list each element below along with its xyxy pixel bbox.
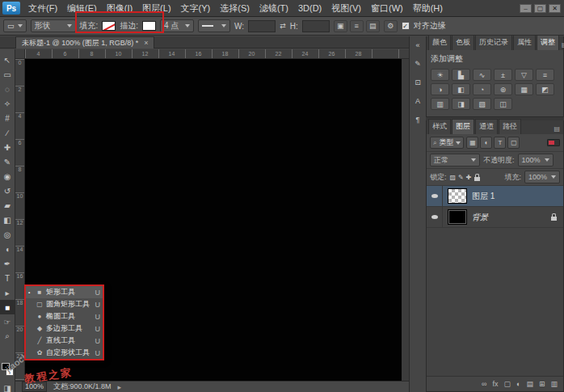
link-layers-icon[interactable]: ∞ (482, 377, 486, 392)
lock-transparency-icon[interactable]: ▨ (450, 174, 457, 181)
vibrance-icon[interactable]: ▽ (515, 69, 533, 81)
zoom-tool[interactable]: ⌕ (0, 329, 15, 344)
gradient-map-icon[interactable]: ▧ (473, 98, 491, 110)
clone-source-panel-icon[interactable]: ⊡ (411, 76, 425, 89)
posterize-icon[interactable]: ▥ (431, 98, 449, 110)
stroke-width-dropdown[interactable]: 4 点 (160, 19, 194, 32)
tab-history[interactable]: 历史记录 (475, 35, 512, 50)
quick-mask-button[interactable]: ◨ (0, 381, 15, 392)
exposure-icon[interactable]: ± (494, 69, 512, 81)
close-button[interactable]: ✕ (549, 4, 561, 13)
link-dimensions-icon[interactable]: ⇄ (280, 22, 286, 30)
polygon-tool-item[interactable]: ◆ 多边形工具 U (26, 322, 103, 335)
menu-item[interactable]: 文字(Y) (176, 0, 216, 16)
tab-adjustments[interactable]: 调整 (537, 35, 559, 50)
line-tool-item[interactable]: ╱ 直线工具 U (26, 335, 103, 347)
gradient-tool[interactable]: ◧ (0, 213, 15, 227)
threshold-icon[interactable]: ◨ (452, 98, 470, 110)
custom-shape-tool-item[interactable]: ✿ 自定形状工具 U (26, 347, 103, 359)
brush-panel-icon[interactable]: ✎ (411, 57, 425, 70)
new-adjustment-layer-icon[interactable]: ◐ (516, 377, 520, 392)
color-balance-icon[interactable]: ◑ (431, 83, 449, 95)
eyedropper-tool[interactable]: ∕ (0, 125, 15, 140)
visibility-cell[interactable] (427, 186, 443, 206)
tab-layers[interactable]: 图层 (452, 119, 474, 134)
shape-width-input[interactable] (248, 20, 276, 32)
shape-height-input[interactable] (302, 20, 330, 32)
menu-item[interactable]: 文件(F) (23, 0, 62, 16)
tool-preset-picker[interactable]: ▭ (3, 19, 27, 32)
fill-color-swatch[interactable] (102, 21, 116, 31)
delete-layer-icon[interactable]: ▥ (550, 377, 558, 392)
panel-menu-icon[interactable]: ▤ (552, 124, 562, 134)
layer-thumbnail[interactable] (448, 188, 467, 204)
layer-filter-type-dropdown[interactable]: ⌕ 类型 (430, 137, 464, 149)
tab-properties[interactable]: 属性 (513, 35, 536, 50)
stroke-color-swatch[interactable] (142, 21, 156, 31)
layer-thumbnail[interactable] (448, 209, 467, 225)
tab-swatches[interactable]: 色板 (452, 35, 474, 50)
shape-layer-filter-icon[interactable]: ▢ (507, 137, 520, 149)
brush-tool[interactable]: ✎ (0, 154, 15, 169)
rectangle-tool-item[interactable]: ▪ ■ 矩形工具 U (26, 286, 103, 298)
quick-selection-tool[interactable]: ✧ (0, 96, 15, 111)
rectangle-tool[interactable]: ■ (0, 300, 15, 314)
pixel-layer-filter-icon[interactable]: ▦ (466, 137, 478, 149)
panel-menu-icon[interactable]: ▤ (560, 40, 564, 50)
document-tab[interactable]: 未标题-1 @ 100% (图层 1, RGB/8) * × (15, 36, 154, 48)
clone-stamp-tool[interactable]: ◉ (0, 169, 15, 183)
tab-styles[interactable]: 样式 (428, 119, 451, 134)
pen-tool[interactable]: ✒ (0, 256, 15, 271)
lock-pixels-icon[interactable]: ✎ (458, 174, 464, 181)
stroke-type-dropdown[interactable] (198, 19, 230, 32)
path-arrange-icon[interactable]: ▤ (366, 20, 380, 32)
curves-icon[interactable]: ∿ (473, 69, 491, 81)
new-group-icon[interactable]: ▤ (526, 377, 533, 392)
menu-item[interactable]: 编辑(E) (62, 0, 102, 16)
close-tab-icon[interactable]: × (144, 39, 148, 47)
ellipse-tool-item[interactable]: ● 椭圆工具 U (26, 310, 103, 322)
vertical-scrollbar[interactable] (402, 59, 409, 381)
path-alignment-icon[interactable]: ≡ (350, 20, 364, 32)
layer-style-icon[interactable]: fx (492, 377, 498, 392)
paragraph-panel-icon[interactable]: ¶ (411, 113, 425, 126)
tab-paths[interactable]: 路径 (499, 119, 521, 134)
restore-button[interactable]: ▢ (534, 4, 546, 13)
path-operations-icon[interactable]: ▣ (334, 20, 347, 32)
blend-mode-dropdown[interactable]: 正常 (430, 154, 480, 166)
gear-icon[interactable]: ⚙ (384, 20, 398, 32)
layer-fill-dropdown[interactable]: 100% (524, 171, 560, 183)
move-tool[interactable]: ↖ (0, 53, 15, 67)
type-layer-filter-icon[interactable]: T (494, 137, 506, 149)
menu-item[interactable]: 3D(D) (293, 0, 326, 16)
path-selection-tool[interactable]: ▸ (0, 285, 15, 300)
lock-all-icon[interactable] (474, 177, 480, 181)
lasso-tool[interactable]: ◌ (0, 82, 15, 96)
rounded-rectangle-tool-item[interactable]: ▢ 圆角矩形工具 U (26, 298, 103, 310)
menu-item[interactable]: 帮助(H) (408, 0, 448, 16)
selective-color-icon[interactable]: ◫ (494, 98, 512, 110)
history-brush-tool[interactable]: ↺ (0, 183, 15, 198)
blur-tool[interactable]: ◎ (0, 227, 15, 242)
levels-icon[interactable]: ▙ (452, 69, 470, 81)
collapse-panels-icon[interactable]: « (411, 39, 425, 52)
tab-color[interactable]: 颜色 (428, 35, 451, 50)
color-lookup-icon[interactable]: ▦ (515, 83, 533, 95)
lock-position-icon[interactable]: ✚ (466, 174, 472, 181)
type-tool[interactable]: T (0, 271, 15, 285)
hue-saturation-icon[interactable]: ≡ (536, 69, 554, 81)
tool-mode-dropdown[interactable]: 形状 (31, 19, 76, 32)
menu-item[interactable]: 选择(S) (215, 0, 255, 16)
eraser-tool[interactable]: ▰ (0, 198, 15, 213)
status-flyout-arrow-icon[interactable]: ▸ (118, 383, 122, 391)
marquee-tool[interactable]: ▭ (0, 67, 15, 82)
new-layer-icon[interactable]: ⊞ (539, 377, 545, 392)
layer-row-background[interactable]: 背景 (427, 207, 563, 228)
menu-item[interactable]: 图层(L) (137, 0, 175, 16)
menu-item[interactable]: 滤镜(T) (255, 0, 293, 16)
channel-mixer-icon[interactable]: ⊛ (494, 83, 512, 95)
align-edges-checkbox[interactable]: ✓ (402, 22, 410, 30)
menu-item[interactable]: 图像(I) (102, 0, 137, 16)
visibility-cell[interactable] (427, 207, 443, 227)
tab-channels[interactable]: 通道 (475, 119, 498, 134)
